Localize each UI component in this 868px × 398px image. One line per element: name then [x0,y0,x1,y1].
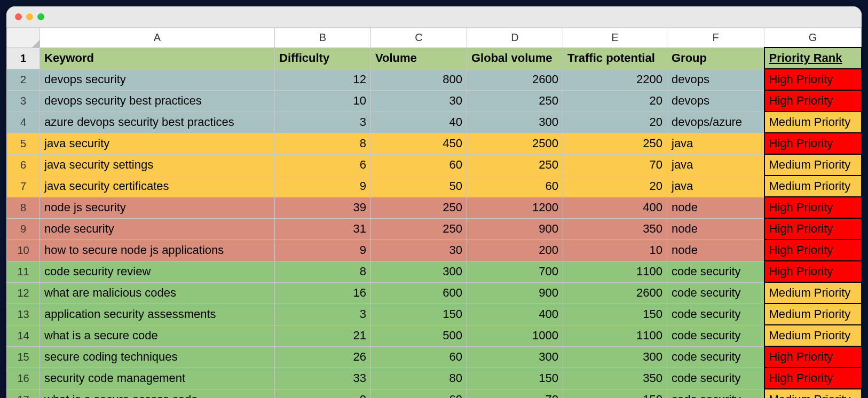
row-header[interactable]: 16 [7,368,40,389]
cell-group[interactable]: code security [667,368,764,389]
cell-global-volume[interactable]: 400 [467,304,563,325]
close-icon[interactable] [15,13,22,20]
cell-difficulty[interactable]: 39 [275,197,371,218]
cell-keyword[interactable]: what are malicious codes [40,282,275,304]
cell-group[interactable]: devops [667,69,764,90]
cell-keyword[interactable]: how to secure node js applications [40,240,275,261]
cell-difficulty[interactable]: 12 [275,69,371,90]
cell-volume[interactable]: 50 [371,176,467,197]
cell-difficulty[interactable]: 10 [275,90,371,112]
row-header[interactable]: 2 [7,69,40,90]
cell-keyword[interactable]: application security assessments [40,304,275,325]
cell-global-volume[interactable]: 250 [467,154,563,176]
minimize-icon[interactable] [26,13,33,20]
cell-traffic-potential[interactable]: 20 [563,112,667,133]
cell-difficulty[interactable]: 6 [275,154,371,176]
cell-traffic-potential[interactable]: 2200 [563,69,667,90]
cell-global-volume[interactable]: 2600 [467,69,563,90]
cell-volume[interactable]: 800 [371,69,467,90]
cell-keyword[interactable]: java security settings [40,154,275,176]
row-header[interactable]: 17 [7,389,40,398]
row-header[interactable]: 3 [7,90,40,112]
cell-traffic-potential[interactable]: 150 [563,389,667,398]
row-header[interactable]: 11 [7,261,40,282]
cell-traffic-potential[interactable]: 20 [563,90,667,112]
hdr-keyword[interactable]: Keyword [40,47,275,69]
row-header[interactable]: 4 [7,112,40,133]
cell-traffic-potential[interactable]: 20 [563,176,667,197]
col-header-D[interactable]: D [467,28,563,48]
cell-volume[interactable]: 80 [371,368,467,389]
cell-difficulty[interactable]: 33 [275,368,371,389]
cell-priority[interactable]: Medium Priority [764,304,862,325]
cell-keyword[interactable]: what is a secure access code [40,389,275,398]
cell-difficulty[interactable]: 8 [275,261,371,282]
hdr-group[interactable]: Group [667,47,764,69]
cell-global-volume[interactable]: 900 [467,282,563,304]
cell-group[interactable]: node [667,240,764,261]
cell-volume[interactable]: 600 [371,282,467,304]
col-header-A[interactable]: A [40,28,275,48]
cell-keyword[interactable]: java security certificates [40,176,275,197]
cell-keyword[interactable]: devops security [40,69,275,90]
cell-group[interactable]: code security [667,346,764,368]
col-header-C[interactable]: C [371,28,467,48]
row-header[interactable]: 5 [7,133,40,154]
cell-group[interactable]: node [667,197,764,218]
cell-group[interactable]: devops/azure [667,112,764,133]
cell-volume[interactable]: 250 [371,218,467,240]
cell-keyword[interactable]: devops security best practices [40,90,275,112]
cell-difficulty[interactable]: 16 [275,282,371,304]
cell-global-volume[interactable]: 2500 [467,133,563,154]
cell-priority[interactable]: Medium Priority [764,325,862,346]
row-header[interactable]: 9 [7,218,40,240]
cell-group[interactable]: code security [667,389,764,398]
cell-traffic-potential[interactable]: 350 [563,218,667,240]
cell-priority[interactable]: High Priority [764,368,862,389]
cell-difficulty[interactable]: 8 [275,133,371,154]
hdr-traffic-potential[interactable]: Traffic potential [563,47,667,69]
cell-priority[interactable]: High Priority [764,133,862,154]
row-header[interactable]: 1 [7,47,40,69]
cell-global-volume[interactable]: 70 [467,389,563,398]
cell-difficulty[interactable]: 9 [275,240,371,261]
cell-global-volume[interactable]: 150 [467,368,563,389]
cell-difficulty[interactable]: 26 [275,346,371,368]
cell-volume[interactable]: 150 [371,304,467,325]
cell-global-volume[interactable]: 300 [467,112,563,133]
cell-group[interactable]: node [667,218,764,240]
hdr-global-volume[interactable]: Global volume [467,47,563,69]
cell-global-volume[interactable]: 1000 [467,325,563,346]
cell-keyword[interactable]: secure coding techniques [40,346,275,368]
cell-priority[interactable]: Medium Priority [764,154,862,176]
cell-priority[interactable]: Medium Priority [764,176,862,197]
cell-group[interactable]: java [667,133,764,154]
cell-priority[interactable]: High Priority [764,197,862,218]
cell-priority[interactable]: High Priority [764,261,862,282]
cell-volume[interactable]: 30 [371,240,467,261]
cell-keyword[interactable]: node js security [40,197,275,218]
cell-volume[interactable]: 60 [371,346,467,368]
row-header[interactable]: 15 [7,346,40,368]
cell-global-volume[interactable]: 1200 [467,197,563,218]
row-header[interactable]: 10 [7,240,40,261]
cell-group[interactable]: code security [667,282,764,304]
cell-priority[interactable]: Medium Priority [764,282,862,304]
row-header[interactable]: 8 [7,197,40,218]
cell-traffic-potential[interactable]: 1100 [563,325,667,346]
cell-traffic-potential[interactable]: 400 [563,197,667,218]
cell-traffic-potential[interactable]: 2600 [563,282,667,304]
row-header[interactable]: 7 [7,176,40,197]
cell-traffic-potential[interactable]: 10 [563,240,667,261]
cell-volume[interactable]: 500 [371,325,467,346]
cell-global-volume[interactable]: 300 [467,346,563,368]
cell-keyword[interactable]: java security [40,133,275,154]
cell-volume[interactable]: 60 [371,154,467,176]
cell-difficulty[interactable]: 21 [275,325,371,346]
cell-volume[interactable]: 300 [371,261,467,282]
cell-volume[interactable]: 60 [371,389,467,398]
cell-volume[interactable]: 450 [371,133,467,154]
cell-difficulty[interactable]: 3 [275,112,371,133]
cell-group[interactable]: java [667,176,764,197]
cell-global-volume[interactable]: 250 [467,90,563,112]
